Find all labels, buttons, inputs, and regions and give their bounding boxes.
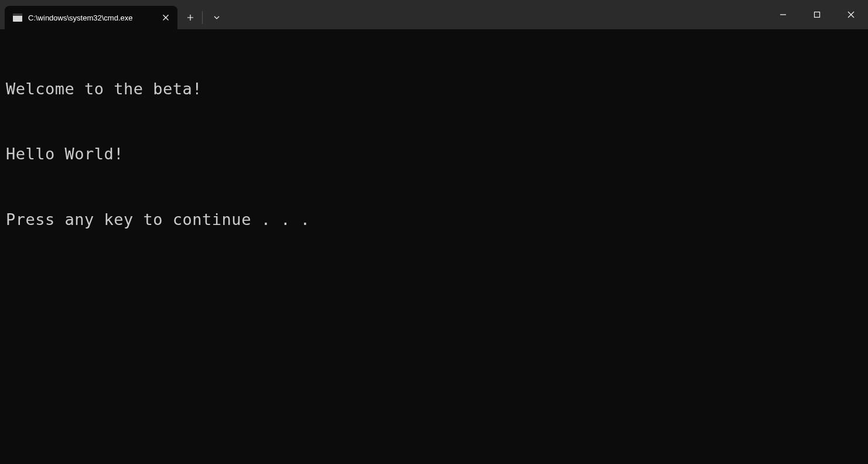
new-tab-button[interactable] [180, 7, 201, 28]
close-icon [163, 15, 169, 21]
close-window-button[interactable] [834, 0, 868, 29]
minimize-button[interactable] [766, 0, 800, 29]
tab-close-button[interactable] [160, 12, 172, 23]
close-icon [848, 11, 855, 18]
maximize-icon [814, 11, 821, 18]
tab-title: C:\windows\system32\cmd.exe [28, 13, 154, 22]
plus-icon [187, 14, 194, 21]
terminal-output[interactable]: Welcome to the beta! Hello World! Press … [0, 29, 868, 464]
terminal-line: Hello World! [6, 143, 862, 165]
chevron-down-icon [213, 14, 220, 21]
minimize-icon [780, 11, 787, 18]
window-controls [766, 0, 868, 29]
svg-rect-0 [815, 12, 820, 18]
titlebar-drag-region[interactable] [227, 0, 766, 29]
tab-actions-2 [204, 6, 227, 29]
tab-dropdown-button[interactable] [206, 7, 227, 28]
tab-divider [202, 11, 203, 24]
terminal-line: Press any key to continue . . . [6, 209, 862, 230]
tab-cmd[interactable]: C:\windows\system32\cmd.exe [5, 6, 177, 29]
terminal-line: Welcome to the beta! [6, 78, 862, 100]
cmd-icon [13, 13, 22, 22]
tab-actions [177, 6, 201, 29]
maximize-button[interactable] [800, 0, 834, 29]
titlebar: C:\windows\system32\cmd.exe [0, 0, 868, 29]
